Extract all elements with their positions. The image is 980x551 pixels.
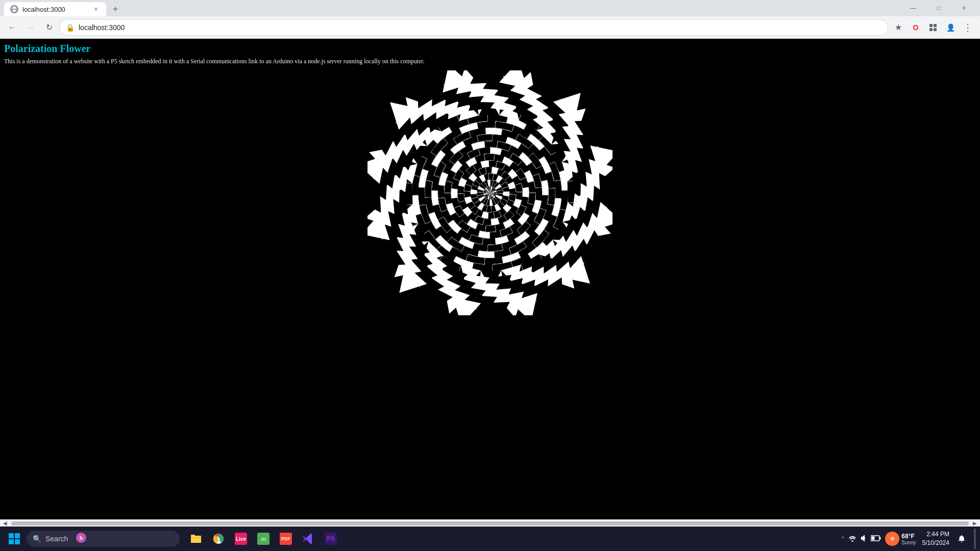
clock-widget[interactable]: 2:44 PM 5/10/2024	[922, 530, 949, 547]
windows-icon	[8, 533, 20, 545]
vscode-button[interactable]	[298, 529, 318, 549]
scroll-right-button[interactable]: ▶	[970, 520, 980, 527]
file-explorer-button[interactable]	[186, 529, 206, 549]
page-description: This is a demonstration of a website wit…	[4, 58, 976, 65]
notification-button[interactable]	[953, 531, 970, 547]
svg-rect-5	[929, 28, 933, 31]
search-label: Search	[45, 535, 68, 543]
link-button[interactable]: ∞	[253, 529, 274, 549]
svg-rect-6	[934, 28, 937, 31]
live-icon: Live	[235, 533, 247, 545]
scroll-thumb[interactable]	[11, 521, 969, 525]
svg-rect-8	[15, 533, 20, 538]
live-button[interactable]: Live	[231, 529, 251, 549]
close-button[interactable]: ×	[952, 0, 976, 16]
svg-rect-10	[15, 539, 20, 544]
svg-text:b: b	[80, 535, 83, 541]
battery-icon	[871, 535, 881, 543]
tab-close-button[interactable]: ×	[92, 5, 100, 13]
minimize-button[interactable]: —	[901, 0, 925, 16]
link-icon: ∞	[257, 533, 270, 545]
nav-actions: ★ O 👤 ⋮	[890, 19, 976, 36]
lock-icon: 🔒	[66, 23, 75, 32]
notification-icon	[958, 535, 966, 543]
svg-rect-3	[929, 24, 933, 27]
address-bar[interactable]: 🔒 localhost:3000	[59, 19, 888, 36]
system-tray: ⌃	[841, 534, 881, 544]
scroll-track[interactable]	[11, 521, 969, 525]
chrome-icon	[212, 533, 225, 545]
svg-rect-20	[872, 536, 875, 540]
horizontal-scrollbar[interactable]: ◀ ▶	[0, 519, 980, 527]
svg-rect-4	[934, 24, 937, 27]
chrome-button[interactable]	[208, 529, 229, 549]
pdf-button[interactable]: PDF	[276, 529, 296, 549]
new-tab-button[interactable]: +	[108, 2, 122, 16]
address-text: localhost:3000	[79, 23, 881, 32]
maximize-button[interactable]: □	[927, 0, 950, 16]
sketch-container	[4, 70, 976, 315]
search-icon: 🔍	[33, 535, 41, 543]
weather-widget[interactable]: ☀ 68°F Sunny	[885, 532, 916, 546]
svg-rect-19	[880, 537, 881, 539]
weather-icon: ☀	[885, 532, 899, 546]
title-bar: localhost:3000 × + — □ ×	[0, 0, 980, 16]
weather-condition: Sunny	[901, 540, 916, 545]
terminal-icon: PS	[325, 533, 337, 545]
taskbar-right: ⌃	[841, 529, 976, 549]
svg-rect-9	[9, 539, 14, 544]
pdf-icon: PDF	[280, 533, 292, 545]
taskbar-search[interactable]: 🔍 Search b	[27, 531, 180, 547]
vscode-icon	[302, 533, 314, 545]
opera-button[interactable]: O	[908, 19, 924, 36]
taskbar-apps: Live ∞ PDF	[186, 529, 341, 549]
window-controls: — □ ×	[901, 0, 976, 16]
bing-icon: b	[76, 533, 86, 545]
svg-rect-13	[191, 536, 201, 543]
active-tab[interactable]: localhost:3000 ×	[4, 2, 106, 16]
volume-icon	[860, 534, 868, 544]
date-display: 5/10/2024	[922, 539, 949, 547]
scroll-left-button[interactable]: ◀	[0, 520, 10, 527]
wifi-icon	[848, 534, 856, 544]
bookmark-button[interactable]: ★	[890, 19, 906, 36]
page-content: Polarization Flower This is a demonstrat…	[0, 39, 980, 519]
tab-favicon	[10, 5, 18, 13]
temperature-display: 68°F	[901, 533, 916, 540]
svg-rect-7	[9, 533, 14, 538]
show-desktop-button[interactable]	[974, 529, 976, 549]
time-display: 2:44 PM	[926, 530, 949, 539]
back-button[interactable]: ←	[4, 19, 20, 36]
svg-point-17	[217, 538, 220, 540]
chevron-up-icon[interactable]: ⌃	[841, 536, 845, 542]
tab-label: localhost:3000	[22, 6, 88, 13]
taskbar: 🔍 Search b	[0, 527, 980, 551]
page-title: Polarization Flower	[4, 43, 976, 55]
navigation-bar: ← → ↻ 🔒 localhost:3000 ★ O 👤 ⋮	[0, 16, 980, 39]
forward-button[interactable]: →	[22, 19, 39, 36]
menu-button[interactable]: ⋮	[960, 19, 976, 36]
svg-rect-14	[191, 535, 195, 537]
profile-button[interactable]: 👤	[942, 19, 959, 36]
extensions-button[interactable]	[925, 19, 941, 36]
p5-canvas	[368, 70, 612, 315]
start-button[interactable]	[4, 529, 24, 549]
file-explorer-icon	[190, 533, 202, 545]
reload-button[interactable]: ↻	[41, 19, 57, 36]
terminal-button[interactable]: PS	[321, 529, 341, 549]
tab-bar: localhost:3000 × +	[4, 0, 899, 16]
